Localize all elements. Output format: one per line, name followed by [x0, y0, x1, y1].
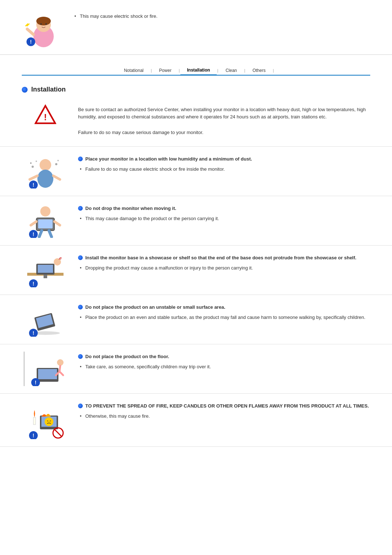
- svg-line-27: [54, 222, 60, 225]
- block-4-illustration: !: [22, 302, 69, 337]
- block-4-dot: [78, 305, 83, 309]
- block-3-header: Install the monitor base in a showcase o…: [78, 255, 370, 261]
- block-2-text: Do not drop the monitor when moving it. …: [78, 203, 370, 222]
- svg-point-34: [54, 258, 61, 266]
- svg-point-17: [55, 163, 57, 165]
- block-1: ! Place your monitor in a location with …: [0, 147, 392, 196]
- section-dot-icon: [22, 87, 28, 93]
- block-5: ! Do not place the product on the floor.…: [0, 344, 392, 394]
- block-3-text: Install the monitor base in a showcase o…: [78, 253, 370, 271]
- nav-sep-4: |: [244, 68, 246, 73]
- nav-sep-3: |: [217, 68, 219, 73]
- block-2: ! Do not drop the monitor when moving it…: [0, 196, 392, 246]
- block-4-title: Do not place the product on an unstable …: [85, 304, 225, 311]
- block-2-bullet-0: This may cause damage to the product or …: [78, 215, 370, 222]
- block-0: ! Be sure to contact an authorized Servi…: [0, 97, 392, 147]
- section-title: Installation: [31, 86, 66, 93]
- block-2-header: Do not drop the monitor when moving it.: [78, 205, 370, 212]
- svg-text:!: !: [33, 182, 34, 188]
- block-3: ! Install the monitor base in a showcase…: [0, 246, 392, 295]
- svg-point-53: [45, 417, 53, 426]
- block-5-illustration: !: [22, 352, 69, 386]
- svg-point-11: [37, 170, 53, 188]
- svg-point-44: [57, 359, 64, 366]
- block-4: ! Do not place the product on an unstabl…: [0, 295, 392, 344]
- block-1-header: Place your monitor in a location with lo…: [78, 156, 370, 162]
- block-5-text: Do not place the product on the floor. T…: [78, 352, 370, 370]
- svg-point-21: [40, 206, 50, 216]
- tab-power[interactable]: Power: [152, 66, 178, 75]
- svg-line-26: [31, 222, 36, 225]
- block-6-text: TO PREVENT THE SPREAD OF FIRE, KEEP CAND…: [78, 401, 370, 420]
- svg-rect-50: [33, 417, 36, 425]
- tab-notational[interactable]: Notational: [117, 66, 150, 75]
- block-1-title: Place your monitor in a location with lo…: [85, 156, 252, 162]
- svg-text:!: !: [30, 39, 32, 45]
- svg-text:!: !: [33, 231, 34, 237]
- block-5-dot: [78, 354, 83, 359]
- block-2-dot: [78, 206, 83, 211]
- block-0-illustration: !: [22, 104, 69, 124]
- svg-text:!: !: [33, 433, 34, 438]
- block-5-bullet-0: Take care, as someone, specifically chil…: [78, 363, 370, 370]
- svg-text:!: !: [44, 113, 47, 122]
- block-6-title: TO PREVENT THE SPREAD OF FIRE, KEEP CAND…: [85, 403, 369, 409]
- block-3-title: Install the monitor base in a showcase o…: [85, 255, 356, 261]
- svg-rect-23: [38, 219, 53, 228]
- block-4-text: Do not place the product on an unstable …: [78, 302, 370, 321]
- section-header: Installation: [0, 79, 392, 97]
- top-section: ! This may cause electric shock or fire.: [0, 0, 392, 55]
- svg-rect-33: [44, 275, 47, 278]
- svg-line-24: [39, 231, 42, 237]
- tab-clean[interactable]: Clean: [219, 66, 243, 75]
- top-illustration: !: [22, 11, 65, 47]
- block-6-illustration: !: [22, 401, 69, 439]
- block-1-illustration: !: [22, 154, 69, 189]
- block-6: ! TO PREVENT THE SPREAD OF FIRE, KEEP CA…: [0, 394, 392, 447]
- block-3-dot: [78, 255, 83, 260]
- block-0-para-2: Failure to do so may cause serious damag…: [78, 129, 370, 136]
- nav-sep-5: |: [272, 68, 275, 73]
- block-1-dot: [78, 157, 83, 161]
- block-0-text: Be sure to contact an authorized Service…: [78, 104, 370, 139]
- block-2-illustration: !: [22, 203, 69, 238]
- block-3-bullet-0: Dropping the product may cause a malfunc…: [78, 264, 370, 272]
- svg-line-13: [53, 176, 60, 179]
- tab-installation[interactable]: Installation: [180, 66, 216, 76]
- svg-point-18: [57, 160, 59, 161]
- svg-rect-32: [38, 265, 53, 273]
- top-bullet-text: This may cause electric shock or fire.: [73, 11, 370, 20]
- block-1-bullet-0: Failure to do so may cause electric shoc…: [78, 166, 370, 173]
- block-4-bullet-0: Place the product on an even and stable …: [78, 314, 370, 321]
- tab-others[interactable]: Others: [246, 66, 272, 75]
- svg-text:!: !: [33, 281, 34, 287]
- nav-tabs: Notational | Power | Installation | Clea…: [22, 66, 370, 76]
- svg-rect-43: [38, 369, 57, 379]
- block-5-header: Do not place the product on the floor.: [78, 353, 370, 360]
- block-0-para-1: Be sure to contact an authorized Service…: [78, 106, 370, 121]
- svg-point-4: [45, 23, 47, 25]
- block-3-illustration: !: [22, 253, 69, 287]
- svg-line-57: [54, 429, 62, 437]
- svg-line-47: [60, 372, 63, 375]
- block-1-text: Place your monitor in a location with lo…: [78, 154, 370, 173]
- nav-area: Notational | Power | Installation | Clea…: [0, 55, 392, 79]
- svg-point-15: [36, 161, 37, 162]
- svg-point-16: [30, 162, 32, 164]
- svg-point-14: [32, 166, 34, 168]
- block-6-header: TO PREVENT THE SPREAD OF FIRE, KEEP CAND…: [78, 403, 370, 409]
- block-5-title: Do not place the product on the floor.: [85, 353, 169, 360]
- block-6-dot: [78, 404, 83, 408]
- svg-point-2: [36, 17, 51, 25]
- nav-sep-2: |: [178, 68, 180, 73]
- svg-text:!: !: [33, 330, 34, 336]
- svg-text:!: !: [34, 380, 36, 385]
- svg-point-3: [40, 23, 42, 25]
- svg-point-10: [40, 159, 51, 171]
- block-2-title: Do not drop the monitor when moving it.: [85, 205, 176, 212]
- block-6-bullet-0: Otherwise, this may cause fire.: [78, 413, 370, 420]
- svg-line-5: [27, 29, 33, 35]
- block-4-header: Do not place the product on an unstable …: [78, 304, 370, 311]
- svg-line-25: [49, 231, 52, 237]
- svg-line-12: [30, 176, 37, 179]
